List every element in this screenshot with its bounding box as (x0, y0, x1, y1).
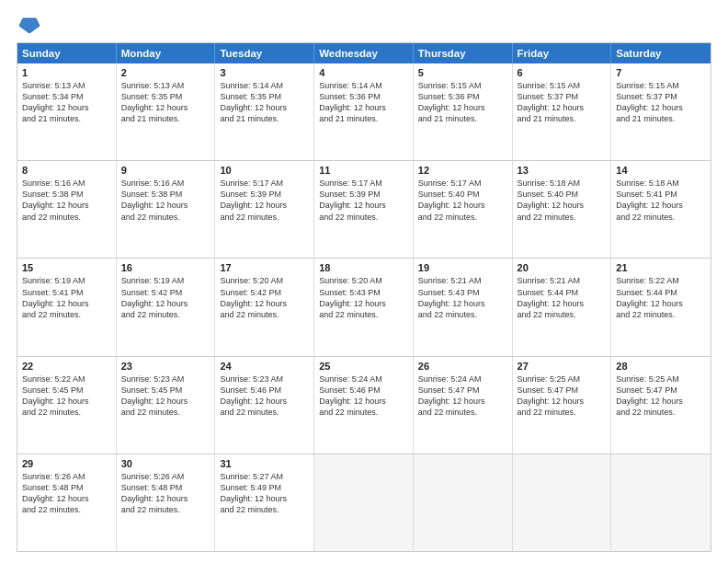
calendar-week: 22Sunrise: 5:22 AMSunset: 5:45 PMDayligh… (17, 356, 711, 454)
day-info: Sunrise: 5:15 AMSunset: 5:36 PMDaylight:… (418, 80, 507, 125)
day-info: Sunrise: 5:17 AMSunset: 5:39 PMDaylight:… (319, 178, 408, 223)
calendar-cell (611, 454, 711, 551)
day-number: 7 (616, 67, 706, 78)
day-number: 2 (121, 67, 210, 78)
day-number: 16 (121, 262, 210, 273)
logo (17, 17, 42, 33)
logo-icon (19, 17, 40, 33)
day-number: 29 (22, 458, 111, 469)
day-info: Sunrise: 5:20 AMSunset: 5:42 PMDaylight:… (220, 275, 309, 320)
day-info: Sunrise: 5:14 AMSunset: 5:36 PMDaylight:… (319, 80, 408, 125)
day-info: Sunrise: 5:26 AMSunset: 5:48 PMDaylight:… (121, 471, 210, 516)
day-number: 23 (121, 361, 210, 372)
calendar-header-cell: Wednesday (314, 43, 414, 63)
calendar-cell: 15Sunrise: 5:19 AMSunset: 5:41 PMDayligh… (17, 259, 117, 355)
calendar-cell: 28Sunrise: 5:25 AMSunset: 5:47 PMDayligh… (611, 357, 711, 454)
day-info: Sunrise: 5:20 AMSunset: 5:43 PMDaylight:… (319, 275, 408, 320)
day-info: Sunrise: 5:15 AMSunset: 5:37 PMDaylight:… (518, 80, 607, 125)
day-number: 19 (418, 262, 507, 273)
calendar-cell: 11Sunrise: 5:17 AMSunset: 5:39 PMDayligh… (314, 161, 414, 258)
calendar-cell: 10Sunrise: 5:17 AMSunset: 5:39 PMDayligh… (215, 161, 314, 258)
day-info: Sunrise: 5:13 AMSunset: 5:34 PMDaylight:… (22, 80, 111, 125)
calendar-cell (513, 454, 612, 551)
day-number: 27 (518, 361, 607, 372)
calendar-cell (314, 454, 414, 551)
calendar-cell: 18Sunrise: 5:20 AMSunset: 5:43 PMDayligh… (314, 259, 414, 355)
calendar-header-cell: Tuesday (215, 43, 314, 63)
calendar-cell: 1Sunrise: 5:13 AMSunset: 5:34 PMDaylight… (17, 63, 117, 160)
day-info: Sunrise: 5:14 AMSunset: 5:35 PMDaylight:… (220, 80, 309, 125)
day-info: Sunrise: 5:25 AMSunset: 5:47 PMDaylight:… (616, 373, 706, 419)
calendar-cell: 13Sunrise: 5:18 AMSunset: 5:40 PMDayligh… (513, 161, 612, 258)
day-number: 17 (220, 262, 309, 273)
day-number: 18 (319, 262, 408, 273)
day-info: Sunrise: 5:24 AMSunset: 5:46 PMDaylight:… (319, 373, 408, 419)
day-info: Sunrise: 5:16 AMSunset: 5:38 PMDaylight:… (121, 178, 210, 223)
calendar-cell: 22Sunrise: 5:22 AMSunset: 5:45 PMDayligh… (17, 357, 117, 454)
calendar-cell: 25Sunrise: 5:24 AMSunset: 5:46 PMDayligh… (314, 357, 414, 454)
day-info: Sunrise: 5:19 AMSunset: 5:42 PMDaylight:… (121, 275, 210, 320)
day-number: 3 (220, 67, 309, 78)
calendar-header-cell: Saturday (611, 43, 711, 63)
calendar-cell: 29Sunrise: 5:26 AMSunset: 5:48 PMDayligh… (17, 454, 117, 551)
day-info: Sunrise: 5:23 AMSunset: 5:46 PMDaylight:… (220, 373, 309, 419)
day-info: Sunrise: 5:21 AMSunset: 5:44 PMDaylight:… (518, 275, 607, 320)
day-info: Sunrise: 5:17 AMSunset: 5:40 PMDaylight:… (418, 178, 507, 223)
calendar: SundayMondayTuesdayWednesdayThursdayFrid… (17, 42, 711, 552)
day-number: 24 (220, 361, 309, 372)
calendar-week: 1Sunrise: 5:13 AMSunset: 5:34 PMDaylight… (17, 63, 711, 160)
calendar-cell: 16Sunrise: 5:19 AMSunset: 5:42 PMDayligh… (117, 259, 216, 355)
day-info: Sunrise: 5:21 AMSunset: 5:43 PMDaylight:… (418, 275, 507, 320)
calendar-cell: 14Sunrise: 5:18 AMSunset: 5:41 PMDayligh… (611, 161, 711, 258)
calendar-cell: 8Sunrise: 5:16 AMSunset: 5:38 PMDaylight… (17, 161, 117, 258)
calendar-cell: 5Sunrise: 5:15 AMSunset: 5:36 PMDaylight… (414, 63, 513, 160)
day-number: 30 (121, 458, 210, 469)
day-number: 25 (319, 361, 408, 372)
calendar-cell (414, 454, 513, 551)
day-info: Sunrise: 5:15 AMSunset: 5:37 PMDaylight:… (616, 80, 706, 125)
calendar-cell: 12Sunrise: 5:17 AMSunset: 5:40 PMDayligh… (414, 161, 513, 258)
calendar-body: 1Sunrise: 5:13 AMSunset: 5:34 PMDaylight… (17, 63, 711, 551)
calendar-cell: 9Sunrise: 5:16 AMSunset: 5:38 PMDaylight… (117, 161, 216, 258)
day-number: 8 (22, 165, 111, 176)
calendar-week: 8Sunrise: 5:16 AMSunset: 5:38 PMDaylight… (17, 160, 711, 258)
calendar-cell: 7Sunrise: 5:15 AMSunset: 5:37 PMDaylight… (611, 63, 711, 160)
day-number: 11 (319, 165, 408, 176)
day-number: 14 (616, 165, 706, 176)
calendar-cell: 26Sunrise: 5:24 AMSunset: 5:47 PMDayligh… (414, 357, 513, 454)
day-number: 12 (418, 165, 507, 176)
day-info: Sunrise: 5:24 AMSunset: 5:47 PMDaylight:… (418, 373, 507, 419)
day-info: Sunrise: 5:18 AMSunset: 5:40 PMDaylight:… (518, 178, 607, 223)
calendar-cell: 21Sunrise: 5:22 AMSunset: 5:44 PMDayligh… (611, 259, 711, 355)
calendar-cell: 27Sunrise: 5:25 AMSunset: 5:47 PMDayligh… (513, 357, 612, 454)
calendar-week: 15Sunrise: 5:19 AMSunset: 5:41 PMDayligh… (17, 258, 711, 355)
day-info: Sunrise: 5:26 AMSunset: 5:48 PMDaylight:… (22, 471, 111, 516)
calendar-cell: 4Sunrise: 5:14 AMSunset: 5:36 PMDaylight… (314, 63, 414, 160)
day-info: Sunrise: 5:25 AMSunset: 5:47 PMDaylight:… (518, 373, 607, 419)
calendar-cell: 20Sunrise: 5:21 AMSunset: 5:44 PMDayligh… (513, 259, 612, 355)
day-number: 21 (616, 262, 706, 273)
calendar-cell: 3Sunrise: 5:14 AMSunset: 5:35 PMDaylight… (215, 63, 314, 160)
day-number: 20 (518, 262, 607, 273)
calendar-cell: 30Sunrise: 5:26 AMSunset: 5:48 PMDayligh… (117, 454, 216, 551)
day-info: Sunrise: 5:17 AMSunset: 5:39 PMDaylight:… (220, 178, 309, 223)
day-number: 15 (22, 262, 111, 273)
day-info: Sunrise: 5:13 AMSunset: 5:35 PMDaylight:… (121, 80, 210, 125)
header (17, 17, 711, 33)
calendar-cell: 31Sunrise: 5:27 AMSunset: 5:49 PMDayligh… (215, 454, 314, 551)
day-info: Sunrise: 5:22 AMSunset: 5:45 PMDaylight:… (22, 373, 111, 419)
calendar-cell: 2Sunrise: 5:13 AMSunset: 5:35 PMDaylight… (117, 63, 216, 160)
day-number: 9 (121, 165, 210, 176)
day-number: 26 (418, 361, 507, 372)
day-number: 1 (22, 67, 111, 78)
page: SundayMondayTuesdayWednesdayThursdayFrid… (0, 0, 728, 563)
calendar-cell: 24Sunrise: 5:23 AMSunset: 5:46 PMDayligh… (215, 357, 314, 454)
calendar-cell: 6Sunrise: 5:15 AMSunset: 5:37 PMDaylight… (513, 63, 612, 160)
day-number: 4 (319, 67, 408, 78)
calendar-header-cell: Sunday (17, 43, 117, 63)
calendar-header-cell: Monday (117, 43, 216, 63)
day-info: Sunrise: 5:16 AMSunset: 5:38 PMDaylight:… (22, 178, 111, 223)
day-number: 13 (518, 165, 607, 176)
day-info: Sunrise: 5:22 AMSunset: 5:44 PMDaylight:… (616, 275, 706, 320)
day-number: 28 (616, 361, 706, 372)
